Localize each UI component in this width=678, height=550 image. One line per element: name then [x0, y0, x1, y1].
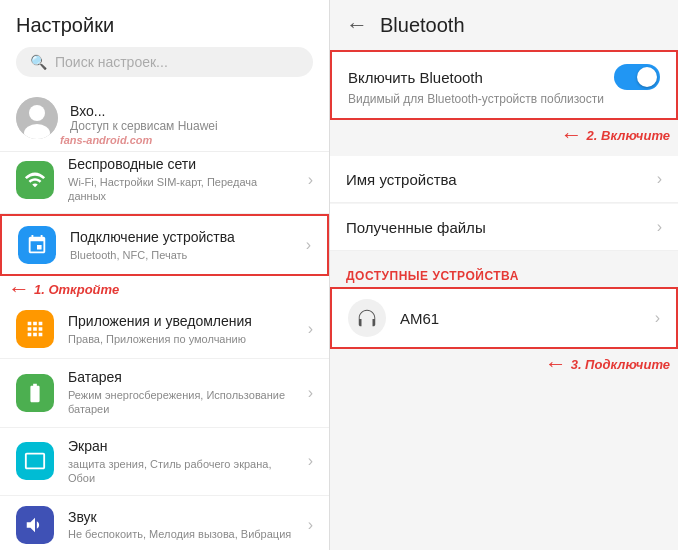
sound-title: Звук: [68, 509, 294, 526]
sidebar-item-sound[interactable]: Звук Не беспокоить, Мелодия вызова, Вибр…: [0, 496, 329, 550]
device-name-label: Имя устройства: [346, 171, 457, 188]
device-connect-text: Подключение устройства Bluetooth, NFC, П…: [70, 229, 292, 262]
bluetooth-panel: ← Bluetooth Включить Bluetooth Видимый д…: [330, 0, 678, 550]
display-title: Экран: [68, 438, 294, 455]
wireless-subtitle: Wi-Fi, Настройки SIM-карт, Передача данн…: [68, 175, 294, 204]
received-files-label: Полученные файлы: [346, 219, 486, 236]
battery-icon: [24, 382, 46, 404]
toggle-card-wrapper: Включить Bluetooth Видимый для Bluetooth…: [330, 50, 678, 154]
right-header: ← Bluetooth: [330, 0, 678, 50]
device-name-chevron: ›: [657, 170, 662, 188]
device-am61-chevron: ›: [655, 309, 660, 327]
bluetooth-title: Bluetooth: [380, 14, 465, 37]
search-icon: 🔍: [30, 54, 47, 70]
bluetooth-toggle-card: Включить Bluetooth Видимый для Bluetooth…: [330, 50, 678, 120]
annotation-1-row: ← 1. Откройте: [0, 276, 329, 300]
battery-chevron: ›: [308, 384, 313, 402]
received-files-chevron: ›: [657, 218, 662, 236]
account-row[interactable]: Вхо... Доступ к сервисам Huawei: [0, 85, 329, 152]
battery-icon-box: [16, 374, 54, 412]
settings-panel: Настройки 🔍 Поиск настроек... Вхо... Дос…: [0, 0, 330, 550]
sound-chevron: ›: [308, 516, 313, 534]
battery-subtitle: Режим энергосбережения, Использование ба…: [68, 388, 294, 417]
device-item-wrapper: AM61 › ← 3. Подключите: [330, 287, 678, 381]
apps-notif-subtitle: Права, Приложения по умолчанию: [68, 332, 294, 346]
headphones-icon: [356, 307, 378, 329]
display-icon: [24, 450, 46, 472]
device-connect-icon-box: [18, 226, 56, 264]
wireless-chevron: ›: [308, 171, 313, 189]
wireless-text: Беспроводные сети Wi-Fi, Настройки SIM-к…: [68, 156, 294, 203]
sidebar-item-display[interactable]: Экран защита зрения, Стиль рабочего экра…: [0, 428, 329, 496]
device-connect-chevron: ›: [306, 236, 311, 254]
annotation-3-row: ← 3. Подключите: [330, 349, 678, 381]
device-connect-title: Подключение устройства: [70, 229, 292, 246]
arrow-2-icon: ←: [561, 122, 583, 148]
left-header: Настройки 🔍 Поиск настроек...: [0, 0, 329, 85]
device-name-item[interactable]: Имя устройства ›: [330, 156, 678, 203]
sidebar-item-device-connect[interactable]: Подключение устройства Bluetooth, NFC, П…: [0, 214, 329, 276]
sidebar-item-apps-notif[interactable]: Приложения и уведомления Права, Приложен…: [0, 300, 329, 359]
toggle-row: Включить Bluetooth: [348, 64, 660, 90]
battery-text: Батарея Режим энергосбережения, Использо…: [68, 369, 294, 416]
annotation-2-label: 2. Включите: [587, 128, 670, 143]
annotation-1-label: 1. Откройте: [34, 282, 119, 297]
search-placeholder: Поиск настроек...: [55, 54, 168, 70]
sound-subtitle: Не беспокоить, Мелодия вызова, Вибрация: [68, 527, 294, 541]
settings-list: Беспроводные сети Wi-Fi, Настройки SIM-к…: [0, 146, 329, 550]
apps-notif-chevron: ›: [308, 320, 313, 338]
device-item-am61[interactable]: AM61 ›: [330, 287, 678, 349]
bluetooth-toggle-switch[interactable]: [614, 64, 660, 90]
back-button[interactable]: ←: [346, 12, 368, 38]
apps-notif-title: Приложения и уведомления: [68, 313, 294, 330]
avatar-icon: [16, 97, 58, 139]
wireless-icon-box: [16, 161, 54, 199]
account-info: Вхо... Доступ к сервисам Huawei: [70, 103, 313, 133]
arrow-3-icon: ←: [545, 351, 567, 377]
battery-title: Батарея: [68, 369, 294, 386]
wireless-icon: [24, 169, 46, 191]
account-name: Вхо...: [70, 103, 313, 119]
sound-icon-box: [16, 506, 54, 544]
device-connect-icon: [26, 234, 48, 256]
apps-notif-icon-box: [16, 310, 54, 348]
display-chevron: ›: [308, 452, 313, 470]
annotation-3-label: 3. Подключите: [571, 357, 670, 372]
search-bar[interactable]: 🔍 Поиск настроек...: [16, 47, 313, 77]
available-devices-header: ДОСТУПНЫЕ УСТРОЙСТВА: [330, 259, 678, 287]
display-subtitle: защита зрения, Стиль рабочего экрана, Об…: [68, 457, 294, 486]
toggle-subtitle: Видимый для Bluetooth-устройств поблизос…: [348, 92, 660, 106]
sidebar-item-wireless[interactable]: Беспроводные сети Wi-Fi, Настройки SIM-к…: [0, 146, 329, 214]
display-icon-box: [16, 442, 54, 480]
sound-icon: [24, 514, 46, 536]
toggle-label: Включить Bluetooth: [348, 69, 483, 86]
apps-notif-text: Приложения и уведомления Права, Приложен…: [68, 313, 294, 346]
settings-title: Настройки: [16, 14, 313, 37]
avatar: [16, 97, 58, 139]
sound-text: Звук Не беспокоить, Мелодия вызова, Вибр…: [68, 509, 294, 542]
device-icon: [348, 299, 386, 337]
bluetooth-content: Включить Bluetooth Видимый для Bluetooth…: [330, 50, 678, 550]
device-connect-subtitle: Bluetooth, NFC, Печать: [70, 248, 292, 262]
arrow-1-icon: ←: [8, 278, 30, 300]
account-subtitle: Доступ к сервисам Huawei: [70, 119, 313, 133]
wireless-title: Беспроводные сети: [68, 156, 294, 173]
device-am61-name: AM61: [400, 310, 641, 327]
received-files-item[interactable]: Полученные файлы ›: [330, 204, 678, 251]
svg-point-1: [29, 105, 45, 121]
annotation-2-row: ← 2. Включите: [330, 120, 678, 154]
apps-notif-icon: [24, 318, 46, 340]
display-text: Экран защита зрения, Стиль рабочего экра…: [68, 438, 294, 485]
sidebar-item-battery[interactable]: Батарея Режим энергосбережения, Использо…: [0, 359, 329, 427]
